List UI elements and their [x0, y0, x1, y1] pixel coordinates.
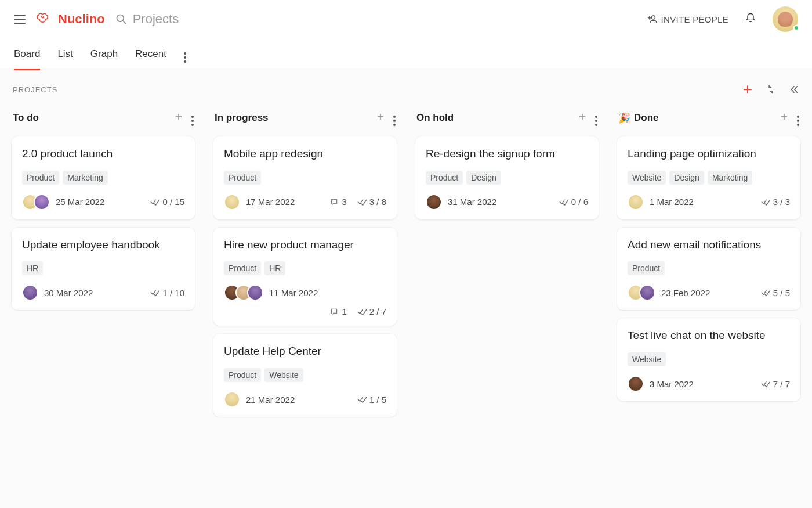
checklist-stat: 1 / 5 — [357, 395, 386, 405]
avatar — [22, 284, 38, 301]
card-tags: Website — [628, 352, 790, 366]
card[interactable]: Hire new product manager ProductHR 11 Ma… — [213, 228, 397, 326]
invite-label: INVITE PEOPLE — [661, 15, 728, 24]
subheader: PROJECTS — [0, 69, 812, 102]
brand-name: Nuclino — [58, 12, 105, 27]
card-date: 17 Mar 2022 — [246, 197, 295, 207]
card-date: 21 Mar 2022 — [246, 395, 295, 405]
dots-vertical-icon — [184, 52, 186, 63]
chevrons-left-icon — [789, 84, 799, 95]
avatar — [224, 391, 240, 408]
card-footer-right: 1 / 5 — [357, 395, 386, 405]
card[interactable]: Update Help Center ProductWebsite 21 Mar… — [213, 334, 397, 417]
svg-line-1 — [122, 21, 125, 24]
avatar — [628, 194, 644, 210]
tag: Website — [628, 352, 666, 366]
card-title: Hire new product manager — [224, 238, 386, 253]
sidebar-toggle-button[interactable] — [789, 84, 799, 95]
dots-vertical-icon — [797, 116, 799, 126]
invite-people-button[interactable]: INVITE PEOPLE — [647, 14, 728, 24]
card-title: Landing page optimization — [628, 147, 790, 161]
card[interactable]: 2.0 product launch ProductMarketing 25 M… — [12, 136, 195, 219]
tag: Website — [264, 368, 303, 382]
card-footer-left: 23 Feb 2022 — [628, 284, 710, 301]
card-avatars — [628, 376, 644, 392]
avatar — [34, 194, 50, 210]
dots-vertical-icon — [191, 116, 194, 126]
column-header: To do — [12, 110, 195, 126]
bell-icon — [745, 12, 756, 24]
tag: Product — [224, 171, 261, 185]
comments-stat: 1 — [329, 307, 346, 316]
avatar — [247, 284, 263, 301]
logo[interactable]: Nuclino — [36, 12, 105, 27]
column: 🎉Done Landing page optimization WebsiteD… — [611, 102, 806, 496]
card-date: 25 Mar 2022 — [56, 197, 104, 207]
card-footer: 3 Mar 2022 7 / 7 — [628, 376, 790, 392]
hamburger-icon[interactable] — [14, 15, 26, 24]
card-footer-left: 30 Mar 2022 — [22, 284, 93, 301]
card[interactable]: Add new email notifications Product 23 F… — [617, 228, 800, 311]
tag: Marketing — [708, 171, 752, 185]
card[interactable]: Landing page optimization WebsiteDesignM… — [617, 136, 800, 219]
card[interactable]: Re-design the signup form ProductDesign … — [415, 136, 599, 219]
add-button[interactable] — [742, 84, 753, 95]
checklist-stat: 3 / 3 — [761, 197, 790, 207]
card-avatars — [22, 194, 50, 210]
card[interactable]: Mobile app redesign Product 17 Mar 2022 … — [213, 136, 397, 219]
card-tags: HR — [22, 261, 184, 275]
topbar: Nuclino Projects INVITE PEOPLE — [0, 0, 812, 39]
card-date: 31 Mar 2022 — [448, 197, 496, 207]
card-footer-right: 0 / 15 — [150, 197, 184, 207]
search[interactable]: Projects — [115, 12, 637, 27]
notifications-button[interactable] — [745, 12, 756, 27]
column-menu-button[interactable] — [595, 110, 597, 126]
checklist-stat: 7 / 7 — [761, 379, 790, 389]
card-footer-right: 3 / 3 — [761, 197, 790, 207]
tag: Design — [466, 171, 501, 185]
tab-recent[interactable]: Recent — [135, 48, 166, 70]
avatar — [628, 376, 644, 392]
search-icon — [115, 13, 127, 25]
checklist-stat: 3 / 8 — [357, 197, 386, 207]
view-more-button[interactable] — [184, 46, 186, 71]
tag: Product — [426, 171, 463, 185]
checklist-stat: 1 / 10 — [150, 288, 184, 298]
kanban-board: To do 2.0 product launch ProductMarketin… — [0, 102, 812, 508]
column-add-button[interactable] — [578, 112, 587, 124]
column-actions — [780, 110, 799, 126]
card[interactable]: Test live chat on the website Website 3 … — [617, 318, 800, 401]
card-footer: 25 Mar 2022 0 / 15 — [22, 194, 184, 210]
card-footer: 11 Mar 2022 — [224, 284, 386, 301]
avatar — [224, 194, 240, 210]
tag: HR — [264, 261, 285, 275]
column-add-button[interactable] — [376, 112, 385, 124]
card-footer-right: 1 / 10 — [150, 288, 184, 298]
column-header: 🎉Done — [617, 110, 800, 126]
tab-list[interactable]: List — [57, 48, 72, 70]
card-avatars — [628, 194, 644, 210]
collapse-icon — [766, 84, 776, 95]
tab-board[interactable]: Board — [14, 48, 40, 70]
card-tags: ProductWebsite — [224, 368, 386, 382]
card-date: 11 Mar 2022 — [269, 288, 318, 298]
tab-graph[interactable]: Graph — [90, 48, 118, 70]
column-menu-button[interactable] — [191, 110, 194, 126]
card-title: Test live chat on the website — [628, 329, 790, 343]
column-menu-button[interactable] — [393, 110, 396, 126]
column-add-button[interactable] — [174, 112, 183, 124]
tag: Product — [224, 261, 261, 275]
breadcrumb: PROJECTS — [13, 85, 57, 94]
avatar — [639, 284, 655, 301]
user-avatar[interactable] — [773, 6, 798, 32]
column-title: On hold — [416, 112, 454, 124]
column-title: To do — [13, 112, 39, 124]
card-footer: 17 Mar 2022 33 / 8 — [224, 194, 386, 210]
collapse-button[interactable] — [766, 84, 776, 95]
card-footer-left: 25 Mar 2022 — [22, 194, 104, 210]
card[interactable]: Update employee handbook HR 30 Mar 2022 … — [12, 228, 195, 311]
column-add-button[interactable] — [780, 112, 789, 124]
presence-indicator — [793, 25, 799, 31]
card-footer: 23 Feb 2022 5 / 5 — [628, 284, 790, 301]
column-menu-button[interactable] — [797, 110, 799, 126]
